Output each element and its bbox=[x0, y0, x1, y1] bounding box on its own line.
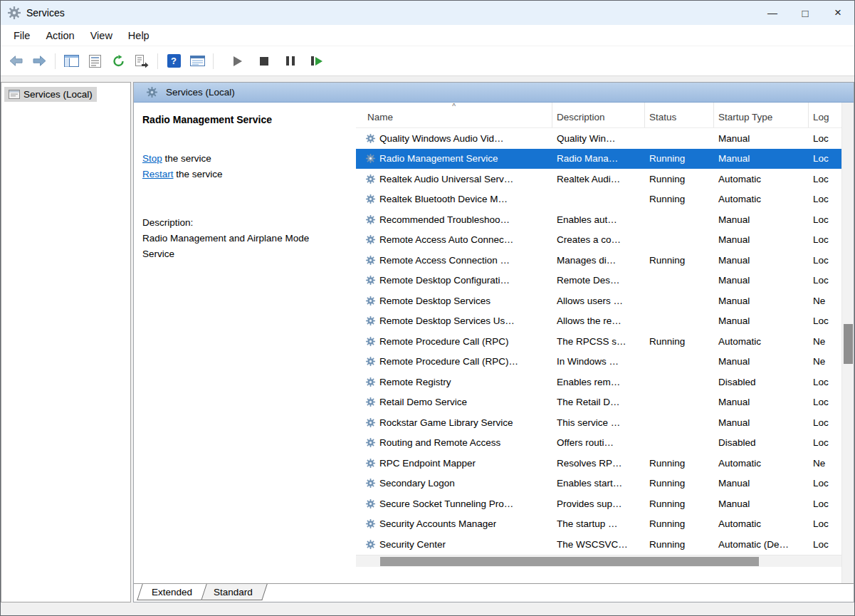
menu-file[interactable]: File bbox=[6, 27, 37, 44]
service-log-on-as: Ne bbox=[809, 296, 841, 306]
service-description: Quality Win… bbox=[552, 133, 645, 144]
column-header-startup-type[interactable]: Startup Type bbox=[714, 103, 809, 127]
service-row[interactable]: Secondary LogonEnables start…RunningManu… bbox=[356, 474, 841, 494]
service-log-on-as: Loc bbox=[809, 133, 841, 144]
start-service-button[interactable] bbox=[229, 52, 247, 71]
service-name: Remote Procedure Call (RPC)… bbox=[379, 356, 518, 367]
menu-help[interactable]: Help bbox=[121, 27, 157, 44]
column-header-status[interactable]: Status bbox=[645, 103, 714, 127]
service-gear-icon bbox=[366, 316, 375, 325]
menu-view[interactable]: View bbox=[83, 27, 120, 44]
forward-arrow-icon bbox=[33, 56, 46, 66]
service-name: Security Center bbox=[379, 539, 446, 550]
service-row[interactable]: Remote Access Auto Connec…Creates a co…M… bbox=[356, 230, 841, 251]
service-row[interactable]: Remote Procedure Call (RPC)The RPCSS s…R… bbox=[356, 331, 841, 352]
service-name-cell: Radio Management Service bbox=[356, 153, 552, 164]
restart-service-link[interactable]: Restart bbox=[142, 169, 174, 179]
service-row[interactable]: Security CenterThe WSCSVC…RunningAutomat… bbox=[356, 534, 841, 555]
service-row[interactable]: Remote Access Connection …Manages di…Run… bbox=[356, 250, 841, 271]
view-tabs: Extended Standard bbox=[134, 583, 854, 602]
menu-action[interactable]: Action bbox=[38, 27, 81, 44]
service-row[interactable]: Remote Desktop Configurati…Remote Des…Ma… bbox=[356, 271, 841, 291]
service-name-cell: Remote Procedure Call (RPC) bbox=[356, 336, 552, 347]
service-name-cell: Security Accounts Manager bbox=[356, 518, 552, 529]
service-startup-type: Manual bbox=[714, 275, 809, 286]
vertical-scrollbar-thumb[interactable] bbox=[844, 324, 853, 364]
service-row[interactable]: Remote RegistryEnables rem…DisabledLoc bbox=[356, 372, 841, 392]
service-startup-type: Manual bbox=[714, 397, 809, 407]
console-window-icon bbox=[9, 90, 20, 99]
properties-button[interactable] bbox=[85, 52, 104, 71]
service-row[interactable]: Security Accounts ManagerThe startup …Ru… bbox=[356, 514, 841, 535]
service-name: Recommended Troubleshoo… bbox=[379, 214, 510, 225]
help-button[interactable]: ? bbox=[164, 52, 183, 71]
service-row[interactable]: Realtek Bluetooth Device M…RunningAutoma… bbox=[356, 189, 841, 210]
service-row[interactable]: Remote Procedure Call (RPC)…In Windows …… bbox=[356, 352, 841, 372]
pause-service-button[interactable] bbox=[281, 52, 300, 71]
stop-service-button[interactable] bbox=[255, 52, 273, 71]
service-log-on-as: Loc bbox=[809, 275, 841, 286]
back-button[interactable] bbox=[6, 52, 25, 71]
service-name: Remote Access Auto Connec… bbox=[379, 234, 513, 245]
service-row[interactable]: Secure Socket Tunneling Pro…Provides sup… bbox=[356, 494, 841, 514]
selected-service-title: Radio Management Service bbox=[142, 114, 347, 125]
service-name-cell: Quality Windows Audio Vid… bbox=[356, 133, 552, 144]
service-row[interactable]: Recommended Troubleshoo…Enables aut…Manu… bbox=[356, 209, 841, 230]
service-name-cell: Remote Procedure Call (RPC)… bbox=[356, 356, 552, 367]
service-name-cell: Retail Demo Service bbox=[356, 397, 552, 407]
service-startup-type: Manual bbox=[714, 255, 809, 266]
titlebar: Services — □ × bbox=[1, 1, 854, 25]
service-row[interactable]: Remote Desktop ServicesAllows users …Man… bbox=[356, 291, 841, 311]
tree-item-label: Services (Local) bbox=[23, 89, 93, 100]
service-gear-icon bbox=[366, 174, 375, 184]
export-list-button[interactable] bbox=[132, 52, 151, 71]
service-row[interactable]: Rockstar Game Library ServiceThis servic… bbox=[356, 412, 841, 433]
start-icon bbox=[234, 56, 242, 66]
horizontal-scrollbar[interactable] bbox=[356, 555, 841, 567]
tree-item-services-local[interactable]: Services (Local) bbox=[4, 87, 97, 102]
minimize-button[interactable]: — bbox=[756, 1, 789, 25]
service-name: Radio Management Service bbox=[379, 153, 498, 164]
service-log-on-as: Loc bbox=[809, 194, 841, 204]
refresh-button[interactable] bbox=[109, 52, 127, 71]
service-name: Secondary Logon bbox=[379, 478, 455, 489]
service-status: Running bbox=[645, 153, 714, 164]
forward-button[interactable] bbox=[30, 52, 48, 71]
column-header-description[interactable]: Description bbox=[552, 103, 645, 127]
service-gear-icon bbox=[366, 194, 375, 204]
service-row[interactable]: Realtek Audio Universal Serv…Realtek Aud… bbox=[356, 169, 841, 189]
list-header: ^ Name Description Status Startup Type L… bbox=[356, 103, 841, 128]
service-gear-icon bbox=[366, 479, 375, 488]
stop-service-link[interactable]: Stop bbox=[142, 153, 162, 164]
column-header-name[interactable]: ^ Name bbox=[356, 103, 552, 127]
service-row[interactable]: RPC Endpoint MapperResolves RP…RunningAu… bbox=[356, 453, 841, 474]
column-header-log-on-as[interactable]: Log bbox=[809, 103, 841, 127]
service-log-on-as: Loc bbox=[809, 153, 841, 164]
service-startup-type: Disabled bbox=[714, 437, 809, 448]
close-button[interactable]: × bbox=[822, 1, 854, 25]
service-row[interactable]: Remote Desktop Services Us…Allows the re… bbox=[356, 311, 841, 332]
vertical-scrollbar[interactable] bbox=[841, 103, 854, 583]
service-row[interactable]: Radio Management ServiceRadio Mana…Runni… bbox=[356, 149, 841, 169]
service-row[interactable]: Routing and Remote AccessOffers routi…Di… bbox=[356, 433, 841, 454]
service-startup-type: Manual bbox=[714, 356, 809, 367]
service-description: Enables start… bbox=[552, 478, 645, 489]
service-description: Remote Des… bbox=[552, 275, 645, 286]
service-name: Secure Socket Tunneling Pro… bbox=[379, 498, 513, 509]
restart-service-button[interactable] bbox=[308, 52, 326, 71]
column-header-name-label: Name bbox=[367, 112, 393, 122]
service-name-cell: Security Center bbox=[356, 539, 552, 550]
stop-link-suffix: the service bbox=[162, 153, 211, 164]
tab-extended[interactable]: Extended bbox=[137, 584, 207, 600]
maximize-button[interactable]: □ bbox=[789, 1, 822, 25]
service-row[interactable]: Quality Windows Audio Vid…Quality Win…Ma… bbox=[356, 128, 841, 149]
service-row[interactable]: Retail Demo ServiceThe Retail D…ManualLo… bbox=[356, 392, 841, 413]
tab-standard[interactable]: Standard bbox=[199, 584, 267, 600]
horizontal-scrollbar-thumb[interactable] bbox=[380, 557, 759, 566]
service-log-on-as: Loc bbox=[809, 498, 841, 509]
service-status: Running bbox=[645, 539, 714, 550]
properties-window-button[interactable] bbox=[188, 52, 206, 71]
service-startup-type: Automatic bbox=[714, 336, 809, 347]
service-status: Running bbox=[645, 478, 714, 489]
show-console-tree-button[interactable] bbox=[62, 52, 80, 71]
